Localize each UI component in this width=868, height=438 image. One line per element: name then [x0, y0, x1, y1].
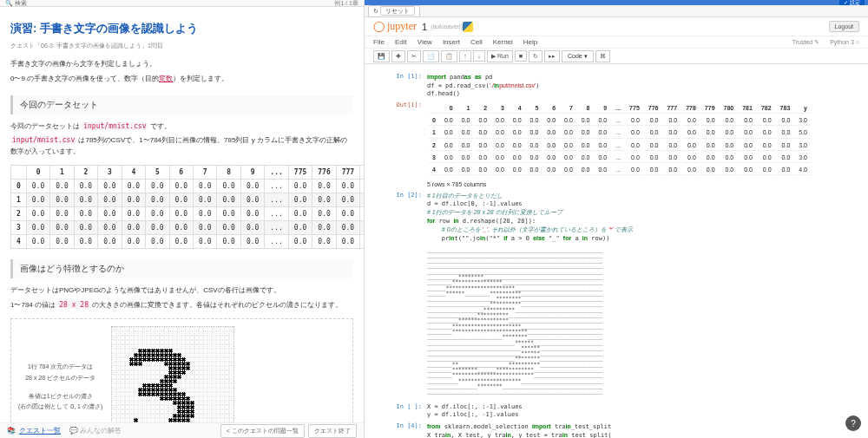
footer-note: 💬 みんなの解答 [69, 426, 122, 435]
save-icon[interactable]: 💾 [373, 50, 390, 62]
feature-para-1: データセットはPNGやJPEGのような画像ではありませんが、CSVの各行は画像で… [10, 285, 353, 297]
intro-para-2: 0〜9 の手書き文字の画像を使って、数字（目的変数）を判定します。 [10, 74, 353, 85]
move-up-icon[interactable]: ↑ [459, 50, 471, 62]
output-table-1: 0123456789...775776777778779780781782783… [427, 101, 842, 188]
menu-insert[interactable]: Insert [443, 38, 460, 46]
menu-view[interactable]: View [418, 38, 432, 46]
menu-cell[interactable]: Cell [470, 38, 483, 46]
trusted-label[interactable]: Trusted ✎ [792, 39, 819, 46]
restart-icon[interactable]: ↻ [529, 50, 542, 62]
in-prompt-4: In [4]: [391, 422, 427, 438]
move-down-icon[interactable]: ↓ [473, 50, 485, 62]
digit-caption-4: (右の図は例として 0, 1 の濃さ) [18, 402, 102, 413]
menu-edit[interactable]: Edit [395, 38, 407, 46]
out-prompt-1: Out[1]: [391, 101, 427, 188]
reset-button[interactable]: ↻ リセット [368, 5, 420, 17]
code-cell-3[interactable]: X = df.iloc[:, :-1].values y = df.iloc[:… [427, 403, 842, 419]
ascii-output: ________________________________________… [427, 247, 842, 400]
in-prompt-2: In [2]: [391, 192, 427, 244]
cut-icon[interactable]: ✂ [407, 50, 421, 62]
book-icon: 📚 [7, 427, 16, 435]
lesson-content: 演習: 手書き文字の画像を認識しよう クエスト「06-3: 手書き文字の画像を認… [0, 7, 364, 422]
add-cell-icon[interactable]: ✚ [391, 50, 405, 62]
help-fab-icon[interactable]: ? [845, 415, 861, 431]
python-icon [463, 22, 473, 32]
section-dataset: 今回のデータセット [10, 95, 353, 114]
cell-type-select[interactable]: Code ▾ [562, 50, 594, 62]
feature-para-2: 1〜784 の値は 28 x 28 の大きさの画像に変換できます。各値はそれぞれ… [10, 300, 353, 311]
jupyter-logo: jupyter [373, 20, 417, 33]
code-cell-4[interactable]: from sklearn.model_selection import trai… [427, 422, 842, 438]
fast-forward-icon[interactable]: ▸▸ [544, 50, 560, 62]
page-title: 演習: 手書き文字の画像を認識しよう [10, 21, 353, 36]
search-input[interactable] [15, 0, 84, 6]
target-var-link[interactable]: 変数 [159, 75, 173, 82]
stop-icon[interactable]: ■ [515, 50, 527, 62]
digit-caption-2: 28 x 28 ピクセルのデータ [18, 373, 102, 384]
menu-kernel[interactable]: Kernel [493, 38, 513, 46]
dataset-para-1: 今回のデータセットは input/mnist.csv です。 [10, 121, 353, 133]
digit-pixel-grid [111, 326, 234, 422]
code-cell-2[interactable]: # 1行目のデータをとりだし d = df.iloc[0, :-1].value… [427, 192, 842, 244]
back-to-problems-button[interactable]: < このクエストの問題一覧 [220, 424, 305, 438]
quest-list-link[interactable]: クエスト一覧 [19, 426, 61, 435]
command-palette-icon[interactable]: ⌘ [595, 50, 610, 62]
logout-button[interactable]: Logout [829, 21, 859, 32]
code-cell-1[interactable]: import pandas as pd df = pd.read_csv('./… [427, 73, 842, 98]
section-image-feature: 画像はどう特徴とするのか [10, 259, 353, 278]
quest-subtitle: クエスト「06-3: 手書き文字の画像を認識しよう」1問目 [10, 42, 353, 50]
quest-end-button[interactable]: クエスト終了 [308, 424, 357, 438]
copy-icon[interactable]: 📄 [423, 50, 439, 62]
kernel-label[interactable]: Python 3 ○ [830, 39, 859, 45]
menu-file[interactable]: File [373, 38, 385, 46]
digit-caption-3: 各値は1ピクセルの濃さ [18, 391, 102, 402]
dataset-para-2: input/mnist.csv は785列のCSVで、1〜784列目に画像の情報… [10, 135, 353, 158]
in-prompt-3: In [ ]: [391, 403, 427, 419]
notebook-title[interactable]: 1 [422, 22, 427, 32]
search-icon: 🔍 [5, 0, 13, 7]
menu-help[interactable]: Help [523, 38, 537, 46]
paste-icon[interactable]: 📋 [441, 50, 457, 62]
sample-table: 0123456789...775776777778779780781782783… [10, 165, 364, 249]
digit-caption-1: 1行 784 次元のデータは [18, 362, 102, 373]
autosave-label: (autosaved) [431, 23, 463, 29]
in-prompt-1: In [1]: [391, 73, 427, 98]
digit-illustration: 1行 784 次元のデータは 28 x 28 ピクセルのデータ 各値は1ピクセル… [10, 318, 353, 422]
intro-para-1: 手書き文字の画像から文字を判定しましょう。 [10, 59, 353, 70]
run-button[interactable]: ▶ Run [487, 50, 513, 62]
